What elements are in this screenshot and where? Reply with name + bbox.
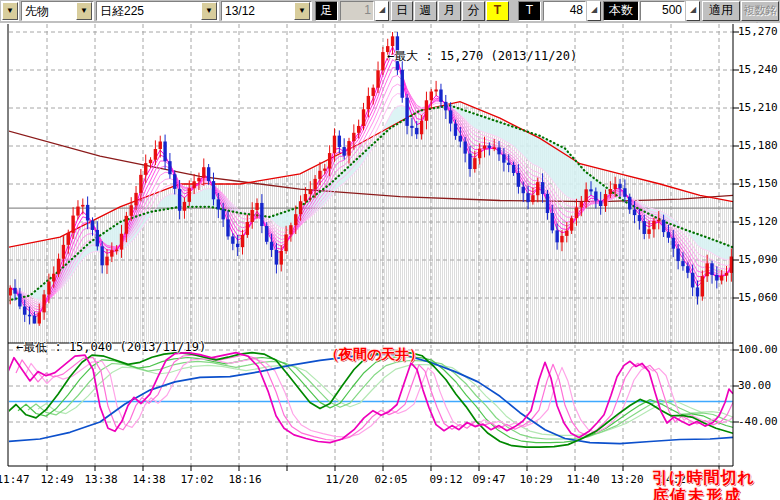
- minute-button[interactable]: 分: [462, 1, 485, 21]
- time-axis-label: 11:47: [0, 473, 35, 486]
- market-combobox-value: 先物: [22, 3, 75, 20]
- price-axis-label: 15,210: [738, 101, 778, 114]
- tick-black-button[interactable]: T: [518, 1, 541, 21]
- multi-symbol-button: 複数銘柄: [741, 1, 779, 21]
- price-axis-label: 15,270: [738, 25, 778, 38]
- chevron-down-icon[interactable]: ▼: [201, 2, 217, 20]
- price-axis-label: 15,240: [738, 63, 778, 76]
- tick-yellow-button[interactable]: T: [486, 1, 509, 21]
- contract-month-combobox[interactable]: 13/12 ▼: [221, 1, 312, 21]
- interval-field[interactable]: 1: [340, 1, 374, 21]
- time-axis-label: 09:12: [424, 473, 468, 486]
- osc-axis-label: 100.00: [738, 343, 778, 356]
- time-axis-label: 14:38: [127, 473, 171, 486]
- bar-type-button[interactable]: 足: [315, 1, 338, 21]
- chevron-down-icon[interactable]: ▼: [294, 2, 310, 20]
- bar-count-field[interactable]: 500: [640, 1, 685, 21]
- daily-button[interactable]: 日: [391, 1, 413, 21]
- time-axis-label: 12:49: [35, 473, 79, 486]
- tick-count-field[interactable]: 48: [543, 1, 586, 21]
- time-axis-label: 17:02: [175, 473, 219, 486]
- price-axis-label: 15,090: [738, 253, 778, 266]
- toolbar: ▼ 先物 ▼ 日経225 ▼ 13/12 ▼ 足 1 ◢ 日 週 月 分 T T…: [0, 0, 780, 24]
- left-stub-dropdown[interactable]: ▼: [1, 1, 19, 21]
- price-axis-label: 15,120: [738, 215, 778, 228]
- price-axis-label: 15,060: [738, 291, 778, 304]
- night-ceiling-annotation: （夜間の天井）: [325, 346, 423, 364]
- time-axis-label: 13:38: [79, 473, 123, 486]
- price-axis-label: 15,150: [738, 177, 778, 190]
- contract-month-combobox-value: 13/12: [222, 4, 293, 18]
- closing-note-line2: 底値未形成: [652, 486, 742, 500]
- monthly-button[interactable]: 月: [438, 1, 461, 21]
- tick-count-spinner-icon[interactable]: ◢: [587, 1, 601, 21]
- symbol-combobox[interactable]: 日経225 ▼: [96, 1, 219, 21]
- osc-axis-label: 30.00: [738, 379, 771, 392]
- max-price-annotation: ←最大 : 15,270 (2013/11/20): [387, 48, 577, 65]
- price-axis-label: 15,180: [738, 139, 778, 152]
- market-combobox[interactable]: 先物 ▼: [21, 1, 94, 21]
- time-axis-label: 09:47: [467, 473, 511, 486]
- symbol-combobox-value: 日経225: [97, 3, 200, 20]
- chevron-down-icon[interactable]: ▼: [2, 2, 18, 20]
- apply-button[interactable]: 適用: [702, 1, 740, 21]
- time-axis-label: 02:05: [369, 473, 413, 486]
- min-price-annotation: ←最低 : 15,040 (2013/11/19): [16, 339, 206, 356]
- time-axis-label: 11/20: [320, 473, 364, 486]
- chevron-down-icon[interactable]: ▼: [76, 2, 92, 20]
- chart-canvas[interactable]: 15,27015,24015,21015,18015,15015,12015,0…: [0, 23, 780, 500]
- weekly-button[interactable]: 週: [414, 1, 437, 21]
- bar-count-label: 本数: [603, 1, 639, 21]
- bar-count-spinner-icon[interactable]: ◢: [686, 1, 700, 21]
- time-axis-label: 11:40: [561, 473, 605, 486]
- time-axis-label: 13:20: [605, 473, 649, 486]
- interval-spinner-icon[interactable]: ◢: [375, 1, 389, 21]
- osc-axis-label: -40.00: [738, 415, 778, 428]
- time-axis-label: 18:16: [223, 473, 267, 486]
- time-axis-label: 10:29: [514, 473, 558, 486]
